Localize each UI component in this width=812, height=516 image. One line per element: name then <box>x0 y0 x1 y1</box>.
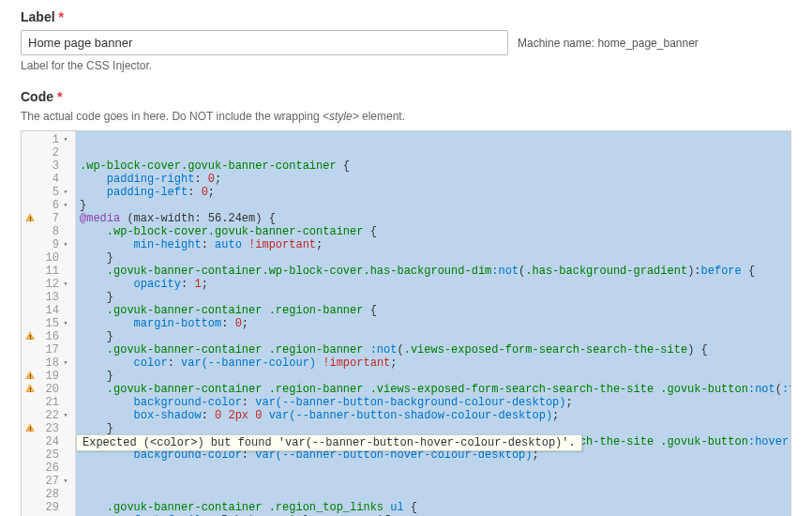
code-editor[interactable]: 1▾2345▾6▾789▾101112▾131415▾161718▾192021… <box>21 130 791 516</box>
line-number: 1 <box>53 133 59 146</box>
line-number: 12 <box>46 278 59 291</box>
code-help-suffix: element. <box>359 110 405 123</box>
code-line[interactable]: } <box>76 291 791 304</box>
code-line[interactable]: margin-bottom: 0; <box>76 317 791 330</box>
code-label-text: Code <box>21 89 53 104</box>
gutter-line: 1▾ <box>22 133 75 146</box>
machine-name-label: Machine name: <box>518 37 594 50</box>
code-line[interactable]: min-height: auto !important; <box>76 238 791 251</box>
code-line[interactable]: box-shadow: 0 2px 0 var(--banner-button-… <box>76 409 791 422</box>
code-line[interactable]: .govuk-banner-container .region-banner { <box>76 304 791 317</box>
line-number: 26 <box>46 462 59 475</box>
line-number: 25 <box>46 448 59 462</box>
line-number: 24 <box>46 435 59 448</box>
label-input[interactable] <box>21 30 508 55</box>
code-line[interactable]: .govuk-banner-container .region-banner .… <box>76 383 791 396</box>
line-number: 8 <box>53 225 59 238</box>
code-line[interactable]: } <box>76 251 791 265</box>
line-number: 6 <box>53 199 59 212</box>
line-number: 7 <box>53 212 59 225</box>
line-number: 10 <box>46 251 59 265</box>
fold-marker-icon[interactable]: ▾ <box>62 278 69 291</box>
code-field-label: Code * <box>21 89 791 104</box>
gutter-line: 16 <box>22 330 75 343</box>
code-line[interactable]: .wp-block-cover.govuk-banner-container { <box>76 159 791 173</box>
code-line[interactable]: background-color: var(--banner-button-ba… <box>76 396 791 409</box>
code-line[interactable]: .govuk-banner-container.wp-block-cover.h… <box>76 265 791 278</box>
code-line[interactable] <box>76 462 791 475</box>
code-line[interactable]: } <box>76 330 791 343</box>
line-number: 21 <box>46 396 59 409</box>
gutter-line: 8 <box>22 225 75 238</box>
code-line[interactable]: .wp-block-cover.govuk-banner-container { <box>76 225 791 238</box>
gutter-line: 26 <box>22 462 75 475</box>
editor-body[interactable]: .wp-block-cover.govuk-banner-container {… <box>76 131 791 516</box>
code-help-tag: <style> <box>323 110 359 123</box>
line-number: 16 <box>46 330 59 343</box>
line-number: 11 <box>46 265 59 278</box>
fold-marker-icon[interactable]: ▾ <box>62 186 69 199</box>
warning-icon <box>25 331 35 340</box>
warning-icon <box>25 423 35 432</box>
code-line[interactable]: opacity: 1; <box>76 278 791 291</box>
gutter-line: 18▾ <box>22 357 75 370</box>
fold-marker-icon[interactable]: ▾ <box>62 133 69 146</box>
fold-marker-icon[interactable]: ▾ <box>62 409 69 422</box>
lint-tooltip: Expected (<color>) but found 'var(--bann… <box>76 434 582 451</box>
code-line[interactable]: } <box>76 199 791 212</box>
label-help-text: Label for the CSS Injector. <box>21 59 791 72</box>
code-help-text: The actual code goes in here. Do NOT inc… <box>21 110 791 123</box>
gutter-line: 13 <box>22 291 75 304</box>
gutter-line: 14 <box>22 304 75 317</box>
line-number: 27 <box>46 475 59 488</box>
gutter-line: 10 <box>22 251 75 265</box>
gutter-line: 28 <box>22 488 75 501</box>
code-line[interactable]: .govuk-banner-container .region-banner :… <box>76 343 791 357</box>
line-number: 28 <box>46 488 59 501</box>
fold-marker-icon[interactable]: ▾ <box>62 357 69 370</box>
line-number: 20 <box>46 383 59 396</box>
code-line[interactable] <box>76 488 791 501</box>
code-line[interactable]: color: var(--banner-colour) !important; <box>76 357 791 370</box>
gutter-line: 7 <box>22 212 75 225</box>
fold-marker-icon[interactable]: ▾ <box>62 317 69 330</box>
editor-gutter: 1▾2345▾6▾789▾101112▾131415▾161718▾192021… <box>22 131 76 516</box>
code-line[interactable]: } <box>76 370 791 383</box>
gutter-line: 27▾ <box>22 475 75 488</box>
line-number: 29 <box>46 501 59 514</box>
gutter-line: 22▾ <box>22 409 75 422</box>
fold-marker-icon[interactable]: ▾ <box>62 475 69 488</box>
gutter-line: 25 <box>22 448 75 462</box>
fold-marker-icon[interactable]: ▾ <box>62 199 69 212</box>
gutter-line: 2 <box>22 146 75 159</box>
code-line[interactable]: padding-left: 0; <box>76 186 791 199</box>
required-marker: * <box>58 9 63 24</box>
gutter-line: 5▾ <box>22 186 75 199</box>
line-number: 3 <box>53 159 59 173</box>
machine-name-value: home_page_banner <box>597 37 698 50</box>
warning-icon <box>25 384 35 392</box>
line-number: 15 <box>46 317 59 330</box>
code-line[interactable]: padding-right: 0; <box>76 173 791 186</box>
gutter-line: 19 <box>22 370 75 383</box>
gutter-line: 15▾ <box>22 317 75 330</box>
line-number: 9 <box>53 238 59 251</box>
line-number: 18 <box>46 357 59 370</box>
gutter-line: 12▾ <box>22 278 75 291</box>
line-number: 23 <box>46 422 59 435</box>
code-line[interactable] <box>76 475 791 488</box>
gutter-line: 20 <box>22 383 75 396</box>
fold-marker-icon[interactable]: ▾ <box>62 238 69 251</box>
gutter-line: 29 <box>22 501 75 514</box>
line-number: 19 <box>46 370 59 383</box>
code-line[interactable]: } <box>76 422 791 435</box>
code-line[interactable]: @media (max-width: 56.24em) { <box>76 212 791 225</box>
code-line[interactable]: .govuk-banner-container .region_top_link… <box>76 501 791 514</box>
line-number: 14 <box>46 304 59 317</box>
label-field-label: Label * <box>21 9 791 24</box>
gutter-line: 9▾ <box>22 238 75 251</box>
gutter-line: 23 <box>22 422 75 435</box>
line-number: 17 <box>46 343 59 357</box>
machine-name-display: Machine name: home_page_banner <box>518 37 699 50</box>
line-number: 22 <box>46 409 59 422</box>
